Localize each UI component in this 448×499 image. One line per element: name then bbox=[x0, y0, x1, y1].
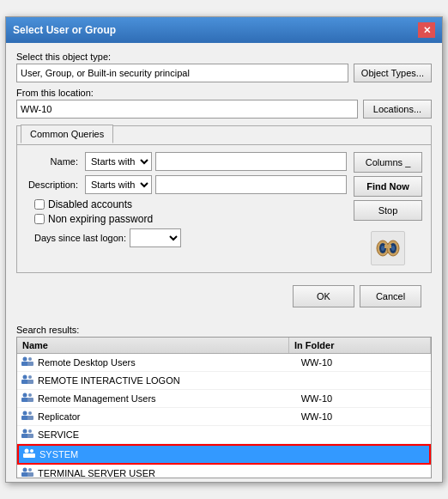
user-group-icon bbox=[21, 374, 36, 387]
svg-rect-26 bbox=[27, 434, 33, 438]
result-folder: WW-10 bbox=[298, 357, 431, 368]
table-row[interactable]: SYSTEM bbox=[17, 444, 431, 465]
result-name: REMOTE INTERACTIVE LOGON bbox=[38, 375, 298, 386]
svg-rect-30 bbox=[29, 453, 35, 458]
disabled-accounts-label: Disabled accounts bbox=[48, 198, 132, 210]
non-expiring-label: Non expiring password bbox=[48, 213, 153, 225]
tab-common-queries[interactable]: Common Queries bbox=[21, 125, 113, 143]
user-group-icon bbox=[21, 410, 36, 423]
svg-rect-28 bbox=[23, 453, 30, 458]
common-queries-group: Common Queries Name: Starts with Is exac… bbox=[16, 125, 432, 273]
search-icon-area bbox=[354, 231, 422, 265]
svg-rect-12 bbox=[21, 380, 28, 384]
svg-rect-34 bbox=[27, 472, 33, 477]
results-header: Name In Folder bbox=[17, 338, 431, 354]
object-types-button[interactable]: Object Types... bbox=[354, 64, 432, 82]
result-name: SERVICE bbox=[38, 429, 298, 440]
svg-rect-32 bbox=[21, 472, 28, 477]
description-label: Description: bbox=[26, 180, 82, 190]
object-type-row: Object Types... bbox=[16, 64, 432, 82]
svg-rect-10 bbox=[27, 362, 33, 366]
dialog-body: Select this object type: Object Types...… bbox=[6, 43, 442, 321]
close-button[interactable]: ✕ bbox=[418, 22, 435, 38]
description-query-row: Description: Starts with Is exactly bbox=[26, 175, 347, 194]
header-folder: In Folder bbox=[289, 338, 431, 353]
non-expiring-checkbox[interactable] bbox=[34, 214, 45, 224]
svg-point-7 bbox=[23, 357, 27, 362]
find-now-button[interactable]: Find Now bbox=[354, 176, 422, 197]
location-section: From this location: Locations... bbox=[16, 88, 432, 119]
table-row[interactable]: REMOTE INTERACTIVE LOGON bbox=[17, 372, 431, 390]
object-type-section: Select this object type: Object Types... bbox=[16, 52, 432, 82]
svg-point-25 bbox=[28, 429, 32, 433]
svg-rect-20 bbox=[21, 416, 28, 420]
disabled-accounts-checkbox[interactable] bbox=[34, 199, 45, 210]
location-label: From this location: bbox=[16, 88, 432, 98]
name-label: Name: bbox=[26, 156, 82, 167]
svg-point-19 bbox=[23, 411, 27, 416]
description-text-input[interactable] bbox=[155, 175, 347, 194]
svg-point-31 bbox=[23, 468, 27, 472]
days-label: Days since last logon: bbox=[34, 233, 126, 243]
result-name: TERMINAL SERVER USER bbox=[38, 468, 298, 478]
columns-button[interactable]: Columns _ bbox=[354, 152, 422, 173]
header-name: Name bbox=[17, 338, 289, 353]
cancel-button[interactable]: Cancel bbox=[360, 285, 421, 307]
name-text-input[interactable] bbox=[155, 152, 347, 171]
ok-button[interactable]: OK bbox=[293, 285, 354, 307]
svg-point-23 bbox=[23, 429, 27, 434]
svg-rect-4 bbox=[384, 245, 391, 248]
days-row: Days since last logon: bbox=[26, 228, 347, 247]
svg-rect-14 bbox=[27, 380, 33, 384]
result-name: Remote Desktop Users bbox=[38, 357, 298, 368]
svg-point-21 bbox=[28, 411, 32, 415]
non-expiring-row: Non expiring password bbox=[26, 213, 347, 225]
result-name: Remote Management Users bbox=[38, 393, 298, 404]
results-container[interactable]: Name In Folder Remote Desktop UsersWW-10… bbox=[16, 337, 432, 478]
locations-button[interactable]: Locations... bbox=[363, 100, 432, 119]
group-left: Name: Starts with Is exactly Description… bbox=[26, 152, 347, 265]
disabled-accounts-row: Disabled accounts bbox=[26, 198, 347, 210]
table-row[interactable]: Remote Management UsersWW-10 bbox=[17, 390, 431, 408]
svg-point-11 bbox=[23, 375, 27, 380]
result-folder: WW-10 bbox=[298, 411, 431, 422]
table-row[interactable]: Remote Desktop UsersWW-10 bbox=[17, 354, 431, 372]
svg-point-17 bbox=[28, 393, 32, 397]
location-input[interactable] bbox=[16, 100, 358, 119]
user-group-icon bbox=[21, 356, 36, 369]
object-type-input[interactable] bbox=[16, 64, 348, 82]
stop-button[interactable]: Stop bbox=[354, 200, 422, 221]
user-group-icon bbox=[21, 428, 36, 441]
svg-point-27 bbox=[25, 449, 29, 453]
select-user-dialog: Select User or Group ✕ Select this objec… bbox=[5, 16, 443, 483]
days-dropdown[interactable] bbox=[130, 228, 181, 247]
result-name: Replicator bbox=[38, 411, 298, 422]
search-results-label: Search results: bbox=[6, 321, 442, 337]
svg-point-5 bbox=[381, 246, 384, 251]
name-query-row: Name: Starts with Is exactly bbox=[26, 152, 347, 171]
group-content: Name: Starts with Is exactly Description… bbox=[17, 145, 431, 272]
svg-rect-22 bbox=[27, 416, 33, 420]
svg-point-15 bbox=[23, 393, 27, 398]
dialog-buttons: OK Cancel bbox=[16, 280, 432, 313]
search-binoculars-icon bbox=[371, 231, 405, 265]
svg-rect-24 bbox=[21, 434, 28, 438]
svg-point-29 bbox=[30, 449, 33, 453]
svg-point-13 bbox=[28, 375, 32, 379]
tab-bar: Common Queries bbox=[17, 126, 431, 145]
user-group-icon bbox=[21, 466, 36, 478]
name-dropdown[interactable]: Starts with Is exactly bbox=[85, 152, 152, 171]
user-group-icon bbox=[22, 447, 38, 461]
dialog-title: Select User or Group bbox=[13, 24, 116, 36]
table-row[interactable]: SERVICE bbox=[17, 426, 431, 444]
group-right: Columns _ Find Now Stop bbox=[354, 152, 422, 265]
result-folder: WW-10 bbox=[298, 393, 431, 404]
user-group-icon bbox=[21, 392, 36, 405]
table-row[interactable]: ReplicatorWW-10 bbox=[17, 408, 431, 426]
description-dropdown[interactable]: Starts with Is exactly bbox=[85, 175, 152, 194]
table-row[interactable]: TERMINAL SERVER USER bbox=[17, 465, 431, 478]
svg-rect-18 bbox=[27, 398, 33, 402]
svg-point-33 bbox=[28, 468, 32, 472]
svg-point-9 bbox=[28, 357, 32, 361]
svg-rect-8 bbox=[21, 362, 28, 366]
